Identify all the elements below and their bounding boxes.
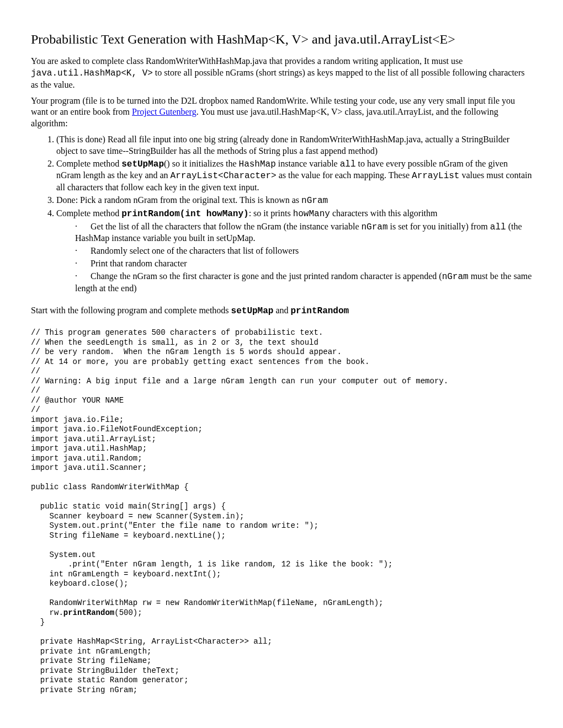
text: You are asked to complete class RandomWr…: [31, 56, 463, 66]
text: Complete method: [56, 208, 121, 218]
code-inline: setUpMap: [121, 159, 164, 169]
text: instance variable: [276, 159, 340, 168]
list-item: ·Randomly select one of the characters t…: [75, 245, 532, 257]
code-inline: nGram: [301, 196, 328, 206]
start-paragraph: Start with the following program and com…: [31, 305, 532, 317]
list-item: (This is done) Read all file input into …: [56, 134, 532, 157]
code-inline: howMany: [293, 209, 330, 219]
text: Complete method: [56, 159, 121, 168]
code-inline: setUpMap: [231, 306, 274, 316]
list-item: Complete method setUpMap() so it initial…: [56, 158, 532, 194]
text: Start with the following program and com…: [31, 306, 231, 315]
code-inline: printRandom: [291, 306, 349, 316]
text: as the value for each mapping. These: [277, 170, 412, 180]
code-inline: nGram: [442, 272, 469, 282]
code-inline: all: [340, 159, 356, 169]
text: characters with this algorithm: [330, 208, 438, 218]
intro-paragraph-2: Your program (file is to be turned into …: [31, 95, 532, 130]
code-inline: ArrayList: [412, 171, 459, 181]
code-inline: printRandom(int howMany): [121, 209, 248, 219]
code-inline: ArrayList<Character>: [171, 171, 277, 181]
list-item: ·Get the list of all the characters that…: [75, 221, 532, 245]
text: : so it prints: [249, 208, 293, 218]
page-title: Probabilistic Text Generation with HashM…: [31, 31, 532, 48]
code-inline: nGram: [361, 222, 387, 232]
list-item: ·Change the nGram so the first character…: [75, 271, 532, 295]
bullet-icon: ·: [75, 221, 91, 233]
sub-list: ·Get the list of all the characters that…: [75, 221, 532, 295]
list-item: ·Print that random character: [75, 258, 532, 270]
list-item: Complete method printRandom(int howMany)…: [56, 208, 532, 295]
code-inline: java.util.HashMap<K, V>: [31, 68, 153, 78]
bullet-icon: ·: [75, 258, 91, 270]
code-inline: HashMap: [239, 159, 276, 169]
text: Done: Pick a random nGram from the origi…: [56, 195, 301, 205]
bullet-icon: ·: [75, 245, 91, 257]
intro-paragraph-1: You are asked to complete class RandomWr…: [31, 56, 532, 90]
text: is set for you initially) from: [388, 222, 490, 231]
text: Print that random character: [91, 259, 187, 268]
text: Get the list of all the characters that …: [91, 222, 361, 231]
algorithm-list: (This is done) Read all file input into …: [31, 134, 532, 294]
code-block: // This program generates 500 characters…: [31, 328, 532, 695]
bullet-icon: ·: [75, 271, 91, 282]
text: Randomly select one of the characters th…: [91, 246, 299, 255]
text: Change the nGram so the first character …: [91, 271, 442, 281]
list-item: Done: Pick a random nGram from the origi…: [56, 195, 532, 207]
code-inline: all: [490, 222, 506, 232]
project-gutenberg-link[interactable]: Project Gutenberg: [132, 107, 196, 116]
text: () so it initializes the: [164, 159, 239, 168]
text: and: [273, 306, 290, 315]
